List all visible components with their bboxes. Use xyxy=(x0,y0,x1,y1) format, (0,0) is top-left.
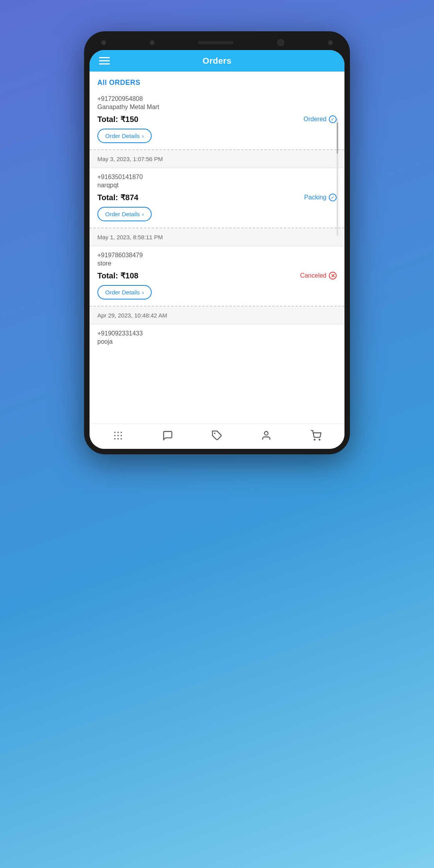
order-phone-2: +916350141870 xyxy=(97,174,337,181)
svg-point-6 xyxy=(114,438,116,439)
order-footer-1: Total: ₹150 Ordered ✓ xyxy=(97,115,337,124)
order-name-2: narqpqt xyxy=(97,182,337,189)
order-name-1: Ganapathy Metal Mart xyxy=(97,104,337,111)
tag-icon xyxy=(211,429,223,442)
order-total-3: Total: ₹108 xyxy=(97,271,138,280)
canceled-icon-3: ✕ xyxy=(329,272,337,280)
svg-point-11 xyxy=(314,439,315,440)
user-icon xyxy=(260,429,273,442)
order-footer-3: Total: ₹108 Canceled ✕ xyxy=(97,271,337,280)
phone-shell: Orders All ORDERS +917200954808 Ganapath… xyxy=(84,31,350,454)
date-row-2: May 1, 2023, 8:58:11 PM xyxy=(90,228,344,246)
orders-list: All ORDERS +917200954808 Ganapathy Metal… xyxy=(90,72,344,423)
order-card-2: +916350141870 narqpqt Total: ₹874 Packin… xyxy=(90,168,344,228)
svg-point-8 xyxy=(121,438,122,439)
svg-point-10 xyxy=(265,432,268,435)
grid-icon xyxy=(112,429,124,442)
date-row-3: Apr 29, 2023, 10:48:42 AM xyxy=(90,307,344,324)
status-label-2: Packing xyxy=(304,194,326,201)
status-badge-3: Canceled ✕ xyxy=(300,272,337,280)
svg-point-12 xyxy=(319,439,320,440)
scrollbar-thumb xyxy=(337,122,338,154)
order-phone-4: +919092331433 xyxy=(97,330,337,337)
svg-point-5 xyxy=(121,435,122,436)
ordered-icon-1: ✓ xyxy=(329,115,337,123)
cart-icon xyxy=(310,429,322,442)
order-details-btn-1[interactable]: Order Details › xyxy=(97,129,152,143)
order-card-3: +919786038479 store Total: ₹108 Canceled… xyxy=(90,246,344,306)
bottom-nav xyxy=(90,423,344,449)
status-badge-2: Packing ✓ xyxy=(304,194,337,201)
date-row-1: May 3, 2023, 1:07:56 PM xyxy=(90,150,344,168)
svg-point-2 xyxy=(121,432,122,433)
status-label-3: Canceled xyxy=(300,272,326,279)
scrollbar-track[interactable] xyxy=(337,118,338,236)
order-total-1: Total: ₹150 xyxy=(97,115,138,124)
packing-icon-2: ✓ xyxy=(329,194,337,201)
svg-point-4 xyxy=(117,435,119,436)
order-name-4: pooja xyxy=(97,338,337,345)
phone-speaker xyxy=(198,41,233,44)
nav-item-grid[interactable] xyxy=(112,429,124,442)
order-details-btn-2[interactable]: Order Details › xyxy=(97,207,152,221)
phone-dot-mic xyxy=(150,40,154,45)
nav-item-cart[interactable] xyxy=(310,429,322,442)
phone-dot-right xyxy=(328,40,333,45)
phone-screen: Orders All ORDERS +917200954808 Ganapath… xyxy=(90,50,344,449)
order-footer-2: Total: ₹874 Packing ✓ xyxy=(97,193,337,202)
order-name-3: store xyxy=(97,260,337,267)
section-title: All ORDERS xyxy=(97,79,140,86)
phone-notch xyxy=(90,37,344,50)
nav-item-chat[interactable] xyxy=(161,429,174,442)
status-badge-1: Ordered ✓ xyxy=(303,115,337,123)
phone-dot-left xyxy=(101,40,106,45)
status-label-1: Ordered xyxy=(303,116,326,123)
svg-point-1 xyxy=(117,432,119,433)
order-phone-1: +917200954808 xyxy=(97,95,337,102)
order-card-1: +917200954808 Ganapathy Metal Mart Total… xyxy=(90,90,344,149)
nav-item-user[interactable] xyxy=(260,429,273,442)
phone-camera xyxy=(277,39,284,46)
svg-point-0 xyxy=(114,432,116,433)
order-total-2: Total: ₹874 xyxy=(97,193,138,202)
app-bar: Orders xyxy=(90,50,344,72)
menu-button[interactable] xyxy=(99,57,110,65)
order-card-4: +919092331433 pooja xyxy=(90,325,344,355)
nav-item-tag[interactable] xyxy=(211,429,223,442)
chevron-icon-3: › xyxy=(142,289,144,296)
chevron-icon-1: › xyxy=(142,133,144,139)
page-title: Orders xyxy=(203,56,231,66)
svg-point-3 xyxy=(114,435,116,436)
chevron-icon-2: › xyxy=(142,211,144,217)
svg-point-7 xyxy=(117,438,119,439)
order-phone-3: +919786038479 xyxy=(97,252,337,259)
order-details-btn-3[interactable]: Order Details › xyxy=(97,285,152,299)
chat-icon xyxy=(161,429,174,442)
section-header: All ORDERS xyxy=(90,72,344,90)
